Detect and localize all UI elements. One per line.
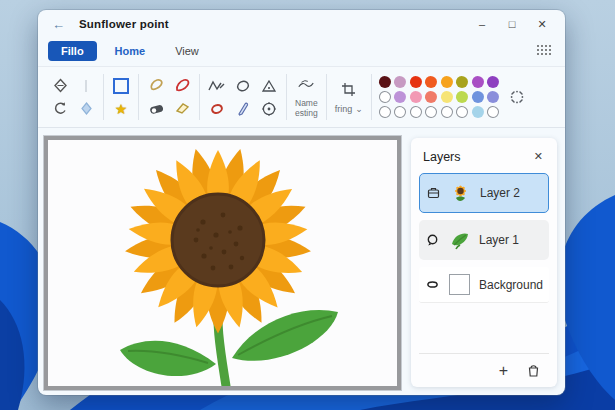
- edit-colors-icon[interactable]: [508, 88, 526, 106]
- selection-group: ★: [107, 77, 135, 118]
- expand-group: [503, 88, 531, 106]
- add-layer-button[interactable]: +: [499, 363, 508, 379]
- color-palette: [375, 76, 504, 118]
- window-title: Sunflower point: [79, 18, 169, 30]
- oval-shape-icon[interactable]: [234, 77, 252, 95]
- palette-swatch[interactable]: [379, 106, 391, 118]
- palette-swatch[interactable]: [425, 91, 437, 103]
- palette-swatch[interactable]: [410, 76, 422, 88]
- layer2-thumbnail: [448, 181, 472, 205]
- undo-icon[interactable]: [51, 100, 69, 118]
- rectangle-select-icon[interactable]: [112, 77, 130, 95]
- toolbar: ★: [38, 66, 565, 128]
- layer-item-layer2[interactable]: Layer 2: [419, 173, 549, 213]
- curve-line-icon[interactable]: [208, 77, 226, 95]
- brushes-icon[interactable]: [297, 76, 315, 94]
- menubar: Fillo Home View: [38, 36, 565, 66]
- pen-icon[interactable]: [234, 100, 252, 118]
- palette-swatch[interactable]: [456, 106, 468, 118]
- back-icon[interactable]: ←: [52, 17, 65, 32]
- layers-footer: +: [419, 353, 549, 387]
- palette-swatch[interactable]: [394, 91, 406, 103]
- palette-swatch[interactable]: [425, 106, 437, 118]
- canvas-sunflower: [48, 140, 397, 386]
- brushes-label: Name esting: [295, 99, 318, 119]
- layers-header: Layers ✕: [419, 146, 549, 173]
- star-select-icon[interactable]: ★: [112, 100, 130, 118]
- palette-swatch[interactable]: [472, 76, 484, 88]
- tab-home[interactable]: Home: [103, 41, 158, 61]
- layer-item-layer1[interactable]: Layer 1: [419, 220, 549, 260]
- pencil-icon[interactable]: [147, 77, 165, 95]
- target-icon[interactable]: [260, 100, 278, 118]
- triangle-shape-icon[interactable]: [260, 77, 278, 95]
- chevron-down-icon: ⌄: [355, 104, 363, 114]
- palette-swatch[interactable]: [425, 76, 437, 88]
- marker-icon[interactable]: [173, 77, 191, 95]
- palette-swatch[interactable]: [441, 106, 453, 118]
- minimize-button[interactable]: –: [469, 14, 495, 34]
- layers-close-icon[interactable]: ✕: [530, 148, 547, 165]
- layer1-thumbnail: [447, 228, 471, 252]
- layer-name: Background: [479, 278, 543, 292]
- palette-swatch[interactable]: [456, 76, 468, 88]
- grid-menu-icon[interactable]: [537, 45, 553, 57]
- redo-icon[interactable]: [77, 100, 95, 118]
- close-button[interactable]: ✕: [529, 14, 555, 34]
- background-visibility-icon[interactable]: [425, 278, 439, 292]
- palette-swatch[interactable]: [379, 76, 391, 88]
- shapes-group: [203, 77, 283, 118]
- layer-name: Layer 2: [480, 186, 520, 200]
- palette-swatch[interactable]: [394, 76, 406, 88]
- palette-swatch[interactable]: [487, 76, 499, 88]
- canvas[interactable]: [44, 136, 401, 390]
- pens-group: [142, 77, 196, 118]
- tab-view[interactable]: View: [163, 41, 211, 61]
- fill-tool-icon[interactable]: [173, 100, 191, 118]
- layer-name: Layer 1: [479, 233, 519, 247]
- crop-icon[interactable]: [340, 81, 358, 99]
- palette-swatch[interactable]: [487, 106, 499, 118]
- palette-swatch[interactable]: [472, 91, 484, 103]
- delete-layer-button[interactable]: [526, 363, 541, 378]
- palette-swatch[interactable]: [487, 91, 499, 103]
- layers-panel: Layers ✕: [411, 138, 557, 387]
- size-group: fring ⌄: [330, 81, 368, 114]
- paste-icon[interactable]: [51, 77, 69, 95]
- file-menu-button[interactable]: Fillo: [48, 41, 97, 61]
- brushes-group[interactable]: Name esting: [290, 76, 323, 119]
- palette-swatch[interactable]: [410, 106, 422, 118]
- layer1-visibility-icon[interactable]: [425, 233, 439, 247]
- eraser-dark-icon[interactable]: [147, 100, 165, 118]
- palette-swatch[interactable]: [394, 106, 406, 118]
- content-area: Layers ✕: [38, 128, 565, 395]
- palette-swatch[interactable]: [472, 106, 484, 118]
- clipboard-divider-icon: [77, 77, 95, 95]
- app-window: ← Sunflower point – □ ✕ Fillo Home View: [38, 10, 565, 395]
- background-thumbnail: [447, 273, 471, 297]
- layers-title: Layers: [423, 150, 461, 164]
- red-ellipse-icon[interactable]: [208, 100, 226, 118]
- size-dropdown[interactable]: fring ⌄: [335, 104, 363, 114]
- window-controls: – □ ✕: [469, 14, 555, 34]
- palette-swatch[interactable]: [441, 76, 453, 88]
- layer-item-background[interactable]: Background: [419, 267, 549, 303]
- maximize-button[interactable]: □: [499, 14, 525, 34]
- palette-swatch[interactable]: [379, 91, 391, 103]
- clipboard-group: [46, 77, 100, 118]
- layer2-visibility-icon[interactable]: [426, 186, 440, 200]
- titlebar: ← Sunflower point – □ ✕: [38, 10, 565, 36]
- palette-swatch[interactable]: [456, 91, 468, 103]
- palette-swatch[interactable]: [410, 91, 422, 103]
- palette-swatch[interactable]: [441, 91, 453, 103]
